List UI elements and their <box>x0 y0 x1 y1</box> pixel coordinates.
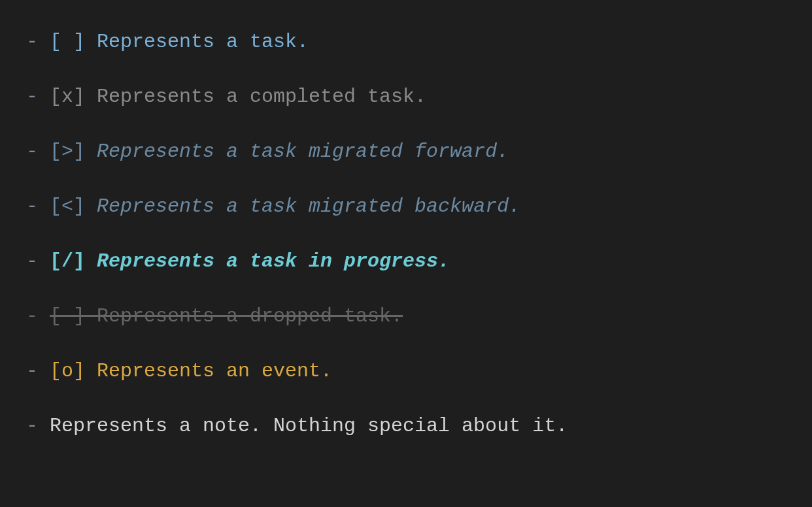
bullet-dash: - <box>26 31 50 53</box>
task-migrated-forward: - [>] Represents a task migrated forward… <box>26 136 786 167</box>
bullet-dash: - <box>26 250 50 272</box>
task-marker: [/] <box>50 250 97 272</box>
task-completed: - [x] Represents a completed task. <box>26 81 786 112</box>
bullet-dash: - <box>26 140 50 163</box>
task-open: - [ ] Represents a task. <box>26 26 786 57</box>
task-dropped: - [-] Represents a dropped task. <box>26 301 786 332</box>
bullet-dash: - <box>26 305 50 327</box>
task-marker: [x] <box>50 86 97 108</box>
code-editor-content: - [ ] Represents a task.- [x] Represents… <box>26 26 786 442</box>
task-in-progress: - [/] Represents a task in progress. <box>26 246 786 277</box>
task-description: Represents a note. Nothing special about… <box>50 415 567 437</box>
task-description: Represents an event. <box>97 360 332 382</box>
bullet-dash: - <box>26 195 50 218</box>
task-event: - [o] Represents an event. <box>26 355 786 387</box>
task-description: Represents a completed task. <box>97 86 426 108</box>
task-description: Represents a task in progress. <box>97 250 450 272</box>
bullet-dash: - <box>26 360 50 382</box>
task-note: - Represents a note. Nothing special abo… <box>26 410 786 442</box>
task-description: Represents a dropped task. <box>97 305 403 327</box>
task-description: Represents a task. <box>97 31 309 53</box>
task-migrated-backward: - [<] Represents a task migrated backwar… <box>26 191 786 222</box>
task-marker: [<] <box>50 195 97 218</box>
task-marker: [o] <box>50 360 97 382</box>
bullet-dash: - <box>26 415 50 437</box>
task-marker: [>] <box>50 140 97 163</box>
task-description: Represents a task migrated backward. <box>97 195 520 218</box>
bullet-dash: - <box>26 86 50 108</box>
task-marker: [ ] <box>50 31 97 53</box>
task-description: Represents a task migrated forward. <box>97 140 509 163</box>
task-marker: [-] <box>50 305 97 327</box>
